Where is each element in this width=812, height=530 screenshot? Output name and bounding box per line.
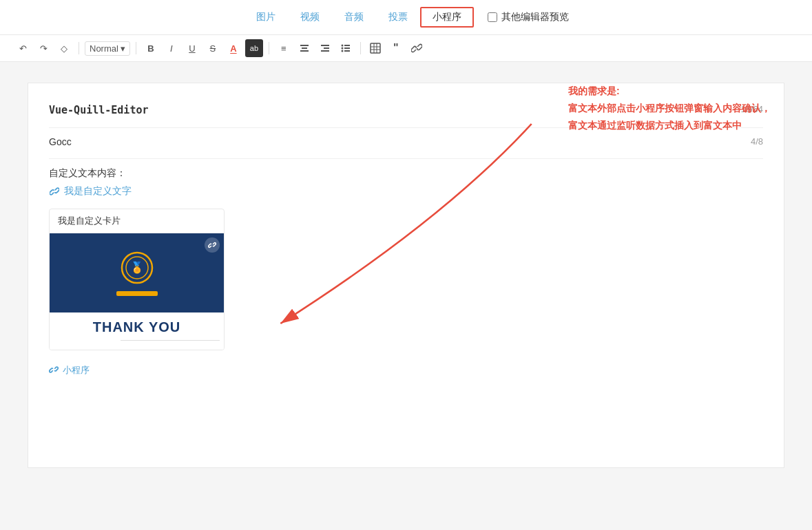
menu-image[interactable]: 图片 bbox=[244, 7, 288, 28]
annotation: 我的需求是: 富文本外部点击小程序按钮弹窗输入内容确认， 富文本通过监听数据方式… bbox=[568, 83, 771, 135]
redo-button[interactable]: ↷ bbox=[34, 39, 52, 57]
annotation-line2: 富文本外部点击小程序按钮弹窗输入内容确认， bbox=[568, 100, 771, 117]
svg-point-8 bbox=[341, 47, 343, 50]
preview-label: 其他编辑器预览 bbox=[501, 11, 569, 23]
preview-checkbox-area: 其他编辑器预览 bbox=[488, 11, 569, 23]
card-title: 我是自定义卡片 bbox=[50, 209, 224, 233]
svg-rect-1 bbox=[302, 47, 307, 49]
svg-rect-5 bbox=[321, 50, 329, 52]
bold-button[interactable]: B bbox=[142, 39, 160, 57]
annotation-line3: 富文本通过监听数据方式插入到富文本中 bbox=[568, 117, 771, 134]
top-toolbar: 图片 视频 音频 投票 小程序 其他编辑器预览 bbox=[0, 0, 812, 35]
svg-point-10 bbox=[341, 50, 343, 52]
divider-3 bbox=[269, 42, 269, 54]
align-center-button[interactable] bbox=[295, 39, 313, 57]
custom-text-label: 自定义文本内容： bbox=[49, 167, 763, 180]
highlight-button[interactable]: ab bbox=[245, 39, 263, 57]
svg-rect-4 bbox=[324, 47, 329, 49]
format-select-arrow: ▾ bbox=[121, 43, 125, 54]
svg-rect-9 bbox=[344, 47, 350, 49]
svg-rect-7 bbox=[344, 45, 350, 46]
svg-rect-11 bbox=[344, 50, 350, 52]
svg-rect-12 bbox=[371, 43, 380, 53]
clear-format-button[interactable]: ◇ bbox=[55, 39, 73, 57]
editor-container: Vue-Quill-Editor 16/64 Gocc 4/8 自定义文本内容：… bbox=[28, 83, 784, 468]
divider-1 bbox=[79, 42, 79, 54]
divider-2 bbox=[136, 42, 136, 54]
mini-program-text: 小程序 bbox=[63, 364, 90, 377]
divider-4 bbox=[360, 42, 361, 54]
editor-subtitle[interactable]: Gocc bbox=[49, 136, 72, 147]
custom-text-item: 我是自定义文字 bbox=[49, 185, 763, 198]
undo-button[interactable]: ↶ bbox=[14, 39, 32, 57]
svg-rect-2 bbox=[300, 50, 309, 52]
gold-bar bbox=[116, 291, 158, 296]
svg-text:🏅: 🏅 bbox=[130, 261, 144, 274]
align-left-button[interactable]: ≡ bbox=[275, 39, 293, 57]
annotation-line1: 我的需求是: bbox=[568, 83, 771, 100]
menu-miniapp[interactable]: 小程序 bbox=[420, 7, 474, 28]
custom-text-content: 我是自定义文字 bbox=[64, 185, 132, 198]
link-button[interactable] bbox=[408, 39, 426, 57]
card-link-icon bbox=[205, 237, 220, 253]
card-image: 🏅 bbox=[50, 233, 224, 312]
underline-button[interactable]: U bbox=[183, 39, 201, 57]
menu-poll[interactable]: 投票 bbox=[376, 7, 420, 28]
editor-title[interactable]: Vue-Quill-Editor bbox=[49, 104, 149, 116]
custom-card: 我是自定义卡片 🏅 THANK YOU ———————— bbox=[49, 209, 225, 350]
main-content: Vue-Quill-Editor 16/64 Gocc 4/8 自定义文本内容：… bbox=[0, 62, 812, 489]
italic-button[interactable]: I bbox=[163, 39, 180, 57]
card-bottom: THANK YOU —————————————————— bbox=[50, 312, 224, 350]
medal-icon: 🏅 bbox=[119, 250, 155, 286]
preview-checkbox[interactable] bbox=[488, 12, 497, 22]
menu-audio[interactable]: 音频 bbox=[332, 7, 376, 28]
card-fine-print: —————————————————— bbox=[50, 337, 224, 343]
svg-point-6 bbox=[341, 45, 343, 47]
quill-toolbar: ↶ ↷ ◇ Normal ▾ B I U S A ab ≡ " bbox=[0, 35, 812, 62]
font-color-button[interactable]: A bbox=[225, 39, 242, 57]
list-button[interactable] bbox=[337, 39, 355, 57]
blockquote-button[interactable]: " bbox=[387, 39, 405, 57]
medal-icon-container: 🏅 bbox=[119, 250, 155, 286]
separator-2 bbox=[49, 158, 763, 159]
thank-you-text: THANK YOU bbox=[50, 319, 224, 335]
align-right-button[interactable] bbox=[316, 39, 334, 57]
format-select-label: Normal bbox=[90, 43, 118, 54]
table-button[interactable] bbox=[366, 39, 384, 57]
custom-text-link-icon bbox=[49, 186, 60, 197]
mini-program-icon bbox=[49, 365, 59, 377]
subtitle-count: 4/8 bbox=[751, 136, 763, 147]
mini-program-label: 小程序 bbox=[49, 359, 763, 377]
editor-row-subtitle: Gocc 4/8 bbox=[49, 136, 763, 147]
format-select[interactable]: Normal ▾ bbox=[85, 41, 130, 56]
strikethrough-button[interactable]: S bbox=[204, 39, 222, 57]
menu-video[interactable]: 视频 bbox=[288, 7, 332, 28]
svg-rect-3 bbox=[321, 45, 329, 46]
svg-rect-0 bbox=[300, 45, 309, 46]
